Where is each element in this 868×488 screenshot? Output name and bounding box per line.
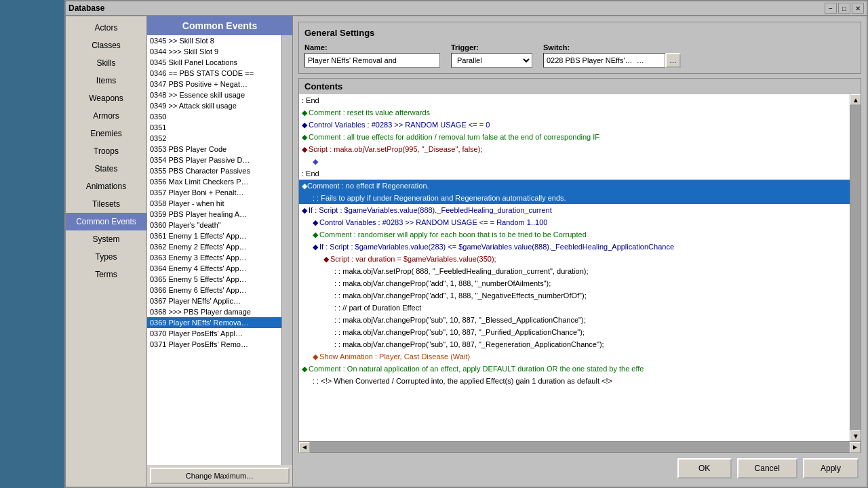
- cancel-button[interactable]: Cancel: [737, 458, 797, 479]
- line-text: Comment : randomiser will apply for each…: [319, 230, 587, 239]
- content-line: ◆If : Script : $gameVariables.value(283)…: [299, 241, 850, 253]
- sidebar-item-common-events[interactable]: Common Events: [66, 213, 146, 230]
- sidebar-item-states[interactable]: States: [66, 160, 146, 178]
- list-item[interactable]: 0369 Player NEffs' Remova…: [147, 317, 281, 328]
- minimize-button[interactable]: −: [825, 3, 837, 14]
- line-text: Comment : reset its value afterwards: [309, 108, 430, 117]
- sidebar-item-terms[interactable]: Terms: [66, 266, 146, 283]
- list-item[interactable]: 0348 >> Essence skill usage: [147, 89, 281, 100]
- switch-input[interactable]: [543, 53, 665, 68]
- general-settings-title: General Settings: [304, 28, 855, 38]
- list-item[interactable]: 0349 >> Attack skill usage: [147, 100, 281, 111]
- trigger-select[interactable]: Parallel None Autorun: [451, 53, 532, 68]
- content-line: : End: [299, 94, 850, 106]
- name-input[interactable]: [304, 53, 440, 68]
- close-button[interactable]: ✕: [852, 3, 864, 14]
- content-line: ◆Comment : all true effects for addition…: [299, 131, 850, 143]
- list-item[interactable]: 0356 Max Limit Checkers P…: [147, 176, 281, 187]
- trigger-field: Trigger: Parallel None Autorun: [451, 43, 532, 68]
- sidebar-item-items[interactable]: Items: [66, 72, 146, 89]
- content-line: : : maka.objVar.changeProp("sub", 10, 88…: [299, 326, 850, 338]
- list-item[interactable]: 0347 PBS Positive + Negat…: [147, 79, 281, 89]
- list-item[interactable]: 0352: [147, 133, 281, 144]
- title-bar-buttons: − □ ✕: [825, 3, 864, 14]
- switch-input-group: …: [543, 53, 681, 68]
- sidebar-item-classes[interactable]: Classes: [66, 37, 146, 54]
- diamond-icon: ◆: [302, 206, 307, 214]
- list-vertical-scrollbar[interactable]: [281, 35, 292, 465]
- event-list[interactable]: 0345 >> Skill Slot 80344 >>> Skill Slot …: [147, 35, 281, 465]
- list-item[interactable]: 0346 == PBS STATS CODE ==: [147, 68, 281, 79]
- list-item[interactable]: 0366 Enemy 6 Effects' App…: [147, 285, 281, 296]
- list-item[interactable]: 0362 Enemy 2 Effects' App…: [147, 241, 281, 252]
- sidebar-item-enemies[interactable]: Enemies: [66, 125, 146, 142]
- list-item[interactable]: 0353 PBS Player Code: [147, 144, 281, 155]
- title-bar-text: Database: [68, 3, 104, 13]
- sidebar-item-skills[interactable]: Skills: [66, 54, 146, 72]
- line-text: Control Variables : #0283 >> RANDOM USAG…: [309, 121, 490, 129]
- ok-button[interactable]: OK: [677, 458, 732, 479]
- content-line: ◆Comment : reset its value afterwards: [299, 106, 850, 119]
- switch-field: Switch: …: [543, 43, 681, 68]
- scroll-down-button[interactable]: ▼: [850, 430, 861, 441]
- contents-title: Contents: [299, 79, 861, 94]
- sidebar-item-actors[interactable]: Actors: [66, 19, 146, 37]
- content-line: ◆If : Script : $gameVariables.value(888)…: [299, 204, 850, 216]
- list-item[interactable]: 0350: [147, 111, 281, 122]
- sidebar-item-animations[interactable]: Animations: [66, 178, 146, 195]
- content-line: ◆Script : maka.objVar.setProp(995, "_Dis…: [299, 143, 850, 155]
- diamond-icon: ◆: [302, 121, 307, 129]
- list-item[interactable]: 0345 Skill Panel Locations: [147, 57, 281, 68]
- list-item[interactable]: 0371 Player PosEffs' Remo…: [147, 339, 281, 350]
- contents-vertical-scrollbar[interactable]: ▲ ▼: [850, 94, 861, 441]
- right-panel: General Settings Name: Trigger: Parallel…: [293, 16, 867, 487]
- list-item[interactable]: 0345 >> Skill Slot 8: [147, 35, 281, 46]
- line-text: Comment : all true effects for addition …: [309, 133, 599, 141]
- name-field: Name:: [304, 43, 440, 68]
- content-line: : : Fails to apply if under Regeneration…: [299, 192, 850, 204]
- sidebar-item-system[interactable]: System: [66, 230, 146, 248]
- list-item[interactable]: 0355 PBS Character Passives: [147, 165, 281, 176]
- list-item[interactable]: 0367 Player NEffs' Applic…: [147, 296, 281, 306]
- list-item[interactable]: 0370 Player PosEffs' Appl…: [147, 328, 281, 339]
- diamond-icon: ◆: [323, 255, 329, 263]
- change-max-button[interactable]: Change Maximum…: [150, 468, 290, 484]
- list-item[interactable]: 0357 Player Boni + Penalt…: [147, 187, 281, 198]
- list-item[interactable]: 0344 >>> Skill Slot 9: [147, 46, 281, 57]
- diamond-icon: ◆: [313, 230, 318, 239]
- list-item[interactable]: 0354 PBS Player Passive D…: [147, 155, 281, 165]
- sidebar-item-troops[interactable]: Troops: [66, 142, 146, 160]
- diamond-icon: ◆: [302, 145, 307, 153]
- diamond-icon: ◆: [313, 218, 318, 226]
- list-item[interactable]: 0361 Enemy 1 Effects' App…: [147, 230, 281, 241]
- content-line: ◆Comment : no effect if Regeneration.: [299, 180, 850, 192]
- sidebar-item-types[interactable]: Types: [66, 248, 146, 266]
- general-settings-section: General Settings Name: Trigger: Parallel…: [298, 22, 861, 74]
- content-line: ◆: [299, 155, 850, 167]
- scroll-up-button[interactable]: ▲: [850, 94, 861, 105]
- scroll-left-button[interactable]: ◄: [299, 442, 310, 453]
- content-line: ◆Control Variables : #0283 >> RANDOM USA…: [299, 216, 850, 228]
- contents-horizontal-scrollbar[interactable]: ◄ ►: [299, 441, 861, 452]
- maximize-button[interactable]: □: [838, 3, 850, 14]
- line-text: Control Variables : #0283 >> RANDOM USAG…: [319, 218, 547, 226]
- diamond-icon: ◆: [302, 365, 307, 373]
- list-item[interactable]: 0351: [147, 122, 281, 133]
- switch-label: Switch:: [543, 43, 681, 52]
- sidebar-item-tilesets[interactable]: Tilesets: [66, 195, 146, 213]
- apply-button[interactable]: Apply: [803, 458, 859, 479]
- contents-scroll-area[interactable]: : End◆Comment : reset its value afterwar…: [299, 94, 850, 441]
- list-item[interactable]: 0363 Enemy 3 Effects' App…: [147, 252, 281, 263]
- switch-picker-button[interactable]: …: [665, 53, 681, 68]
- scroll-right-button[interactable]: ►: [850, 442, 861, 453]
- list-item[interactable]: 0368 >>> PBS Player damage: [147, 306, 281, 317]
- list-item[interactable]: 0365 Enemy 5 Effects' App…: [147, 274, 281, 285]
- list-item[interactable]: 0360 Player's "death": [147, 220, 281, 230]
- sidebar-item-armors[interactable]: Armors: [66, 107, 146, 125]
- list-item[interactable]: 0364 Enemy 4 Effects' App…: [147, 263, 281, 274]
- line-text: Script : maka.objVar.setProp(995, "_Dise…: [309, 145, 482, 153]
- list-item[interactable]: 0359 PBS Player healing A…: [147, 209, 281, 220]
- sidebar-item-weapons[interactable]: Weapons: [66, 89, 146, 107]
- list-item[interactable]: 0358 Player - when hit: [147, 198, 281, 209]
- h-scroll-track: [310, 442, 850, 452]
